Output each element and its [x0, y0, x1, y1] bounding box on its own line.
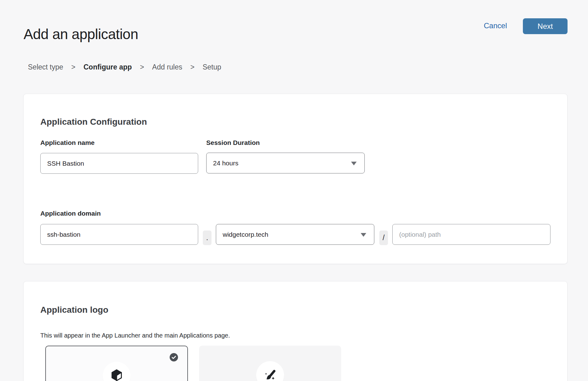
step-separator-icon: > — [140, 63, 144, 72]
dot-separator: . — [203, 231, 212, 245]
step-add-rules: Add rules — [152, 63, 182, 72]
wizard-steps: Select type > Configure app > Add rules … — [28, 63, 221, 72]
cube-icon — [109, 369, 124, 381]
step-separator-icon: > — [71, 63, 75, 72]
chevron-down-icon — [361, 233, 366, 237]
section-title: Application logo — [40, 305, 108, 315]
logo-description: This will appear in the App Launcher and… — [40, 331, 230, 339]
domain-select[interactable]: widgetcorp.tech — [216, 224, 374, 245]
logo-icon-circle — [103, 362, 131, 381]
section-title: Application Configuration — [40, 117, 147, 127]
logo-icon-circle — [256, 361, 284, 381]
add-application-page: Add an application Cancel Next Select ty… — [0, 0, 588, 381]
step-configure-app: Configure app — [83, 63, 132, 72]
logo-option-default[interactable] — [45, 346, 188, 381]
chevron-down-icon — [351, 162, 357, 165]
step-separator-icon: > — [190, 63, 194, 72]
path-input[interactable] — [392, 224, 550, 245]
page-title: Add an application — [24, 26, 138, 43]
domain-value: widgetcorp.tech — [223, 231, 268, 238]
application-domain-label: Application domain — [40, 209, 101, 217]
slash-separator: / — [379, 231, 388, 245]
step-select-type: Select type — [28, 63, 63, 72]
logo-option-custom[interactable] — [199, 346, 341, 381]
session-duration-value: 24 hours — [213, 159, 238, 167]
subdomain-input[interactable] — [40, 224, 198, 245]
session-duration-select[interactable]: 24 hours — [206, 153, 365, 173]
application-configuration-card: Application Configuration Application na… — [23, 94, 568, 264]
application-name-label: Application name — [40, 139, 95, 146]
application-name-input[interactable] — [40, 153, 198, 174]
cancel-button[interactable]: Cancel — [484, 21, 507, 30]
paintbrush-icon — [263, 368, 277, 381]
application-logo-card: Application logo This will appear in the… — [23, 281, 568, 381]
step-setup: Setup — [203, 63, 221, 72]
check-icon — [170, 353, 178, 361]
next-button[interactable]: Next — [523, 18, 568, 34]
session-duration-label: Session Duration — [206, 139, 260, 146]
